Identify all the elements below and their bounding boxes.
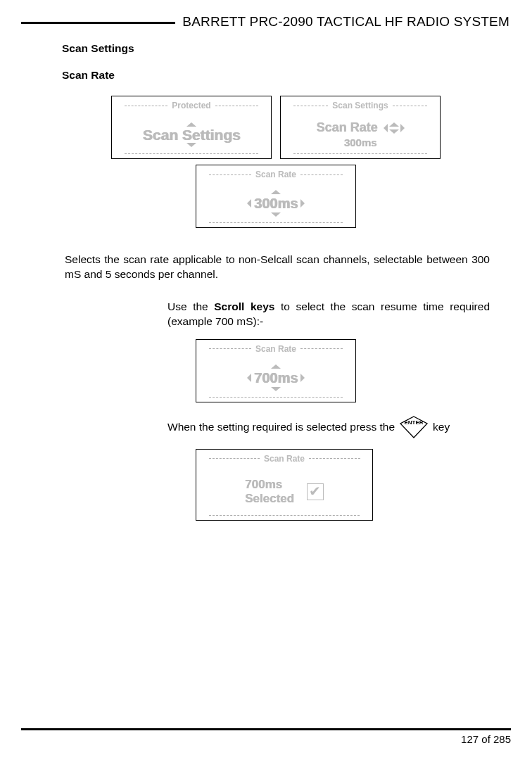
p3-pre: When the setting required is selected pr… [167, 421, 395, 433]
confirm-text: 700ms Selected [245, 478, 294, 506]
lcd-line2-text: 300ms [344, 136, 377, 148]
lcd-body: 700ms [196, 354, 355, 402]
scroll-diamond-icon [384, 122, 405, 134]
lcd-title: Scan Rate [209, 170, 343, 179]
lcd-line1-text: Scan Rate [316, 120, 377, 135]
lcd-title-text: Scan Settings [328, 101, 392, 110]
arrow-up-icon [186, 122, 196, 127]
lcd-scan-rate-700: Scan Rate 700ms [196, 339, 356, 402]
scroll-indicator: 700ms [247, 364, 305, 391]
arrow-up-icon [271, 190, 281, 194]
footer-rule [21, 728, 511, 730]
arrow-down-icon [389, 129, 399, 134]
lcd-main-text: Scan Settings [143, 127, 241, 142]
lcd-body: 700ms Selected [245, 464, 324, 520]
arrow-down-icon [271, 387, 281, 391]
lcd-row-4: Scan Rate 700ms Selected [196, 449, 490, 521]
arrow-right-icon [300, 199, 305, 208]
p2-bold: Scroll keys [214, 300, 274, 312]
lcd-row-1: Protected Scan Settings Scan Settings Sc… [62, 96, 490, 159]
lcd-bottom-rule [209, 515, 360, 516]
arrow-right-icon [300, 374, 305, 382]
heading-scan-settings: Scan Settings [62, 42, 490, 55]
lcd-scan-rate-300: Scan Rate 300ms [196, 165, 356, 228]
lcd-title-text: Scan Rate [251, 170, 300, 179]
lcd-title: Scan Rate [209, 454, 360, 464]
p3-post: key [433, 421, 450, 433]
lcd-title-text: Scan Rate [251, 344, 300, 354]
header-title: BARRETT PRC-2090 TACTICAL HF RADIO SYSTE… [175, 14, 511, 30]
lcd-bottom-rule [293, 153, 427, 154]
arrow-up-icon [271, 364, 281, 369]
lcd-main-text: 300ms [254, 196, 298, 210]
lcd-body: Scan Rate 300ms [281, 110, 440, 158]
page: BARRETT PRC-2090 TACTICAL HF RADIO SYSTE… [0, 0, 532, 762]
page-number: 127 of 285 [21, 733, 511, 745]
arrow-up-icon [389, 122, 399, 127]
lcd-bottom-rule [125, 153, 258, 154]
paragraph-description: Selects the scan rate applicable to non-… [65, 253, 490, 282]
header: BARRETT PRC-2090 TACTICAL HF RADIO SYSTE… [21, 14, 511, 30]
lcd-body: Scan Settings [112, 110, 271, 158]
lcd-protected: Protected Scan Settings [111, 96, 272, 159]
scroll-indicator: 300ms [247, 190, 305, 217]
lcd-row-2: Scan Rate 300ms [62, 165, 490, 228]
lcd-title-text: Scan Rate [260, 454, 309, 464]
content-area: Scan Settings Scan Rate Protected Scan S… [21, 30, 511, 521]
lcd-row-3: Scan Rate 700ms [196, 339, 490, 402]
scroll-indicator: Scan Settings [143, 122, 241, 147]
paragraph-scroll-keys: Use the Scroll keys to select the scan r… [167, 300, 490, 329]
lcd-title: Protected [125, 101, 258, 110]
arrow-right-icon [400, 124, 405, 132]
lcd-title: Scan Settings [293, 101, 427, 110]
lcd-main-text: 700ms [254, 371, 298, 385]
enter-key-line: When the setting required is selected pr… [167, 415, 490, 439]
p2-pre: Use the [167, 300, 214, 312]
arrow-left-icon [247, 374, 251, 382]
enter-label: ENTER [405, 419, 424, 426]
heading-scan-rate: Scan Rate [62, 69, 490, 82]
footer: 127 of 285 [21, 728, 511, 745]
lcd-title-text: Protected [167, 101, 215, 110]
confirm-line1: 700ms [245, 478, 282, 492]
lcd-scan-settings-rate: Scan Settings Scan Rate 300 [280, 96, 441, 159]
lcd-title: Scan Rate [209, 344, 343, 354]
lcd-body: 300ms [196, 179, 355, 227]
lcd-bottom-rule [209, 397, 343, 398]
arrow-down-icon [186, 143, 196, 147]
arrow-down-icon [271, 212, 281, 217]
arrow-left-icon [247, 199, 251, 208]
lcd-scan-rate-confirm: Scan Rate 700ms Selected [196, 449, 373, 521]
confirm-line2: Selected [245, 492, 294, 506]
instruction-block: Use the Scroll keys to select the scan r… [167, 300, 490, 521]
checkmark-icon [307, 483, 324, 500]
lcd-line-1: Scan Rate [316, 120, 404, 135]
lcd-bottom-rule [209, 222, 343, 223]
arrow-left-icon [384, 124, 388, 132]
enter-key-icon: ENTER [399, 415, 429, 439]
